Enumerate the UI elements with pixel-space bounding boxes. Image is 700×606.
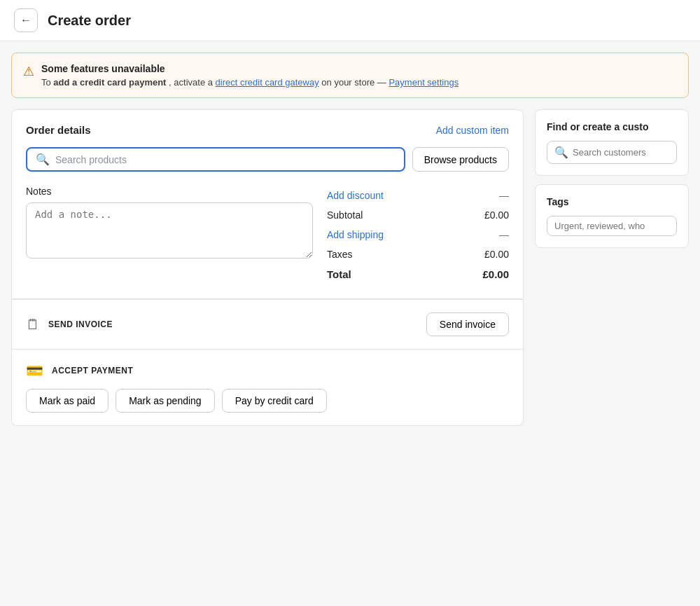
add-shipping-link[interactable]: Add shipping	[327, 229, 384, 240]
search-row: 🔍 Browse products	[26, 147, 509, 172]
total-label: Total	[327, 268, 351, 280]
accept-payment-title: ACCEPT PAYMENT	[52, 366, 133, 376]
page-title: Create order	[48, 13, 131, 29]
notes-label: Notes	[26, 186, 313, 197]
invoice-icon: 🗒	[26, 317, 40, 333]
add-custom-item-button[interactable]: Add custom item	[436, 125, 509, 136]
banner-text-middle: , activate a	[169, 77, 215, 88]
search-icon: 🔍	[36, 153, 50, 166]
pay-by-credit-card-button[interactable]: Pay by credit card	[222, 389, 327, 413]
find-customer-card: Find or create a custo 🔍	[535, 109, 689, 176]
banner-content: Some features unavailable To add a credi…	[41, 63, 458, 88]
tags-card: Tags	[535, 184, 689, 248]
send-invoice-label-row: 🗒 SEND INVOICE	[26, 317, 113, 333]
tags-input[interactable]	[547, 216, 677, 236]
banner-text-before: To	[41, 77, 53, 88]
mark-as-paid-button[interactable]: Mark as paid	[26, 389, 108, 413]
customer-search-wrap: 🔍	[547, 141, 677, 164]
shipping-value: —	[499, 229, 509, 240]
customers-card-title: Find or create a custo	[547, 121, 677, 132]
total-value: £0.00	[482, 268, 509, 280]
search-products-input[interactable]	[55, 154, 396, 165]
page-header: ← Create order	[0, 0, 700, 41]
taxes-row: Taxes £0.00	[327, 245, 509, 264]
send-invoice-section: 🗒 SEND INVOICE Send invoice	[11, 299, 524, 350]
accept-payment-section: 💳 ACCEPT PAYMENT Mark as paid Mark as pe…	[11, 350, 524, 426]
subtotal-value: £0.00	[484, 209, 509, 221]
order-details-card: Order details Add custom item 🔍 Browse p…	[11, 109, 524, 299]
total-row: Total £0.00	[327, 264, 509, 284]
discount-value: —	[499, 190, 509, 201]
taxes-label: Taxes	[327, 249, 353, 260]
search-customers-input[interactable]	[573, 147, 669, 158]
banner-title: Some features unavailable	[41, 63, 458, 74]
direct-gateway-link[interactable]: direct credit card gateway	[216, 77, 319, 88]
back-button[interactable]: ←	[14, 8, 38, 32]
discount-row: Add discount —	[327, 186, 509, 205]
payment-settings-link[interactable]: Payment settings	[388, 77, 458, 88]
subtotal-row: Subtotal £0.00	[327, 205, 509, 225]
notes-input[interactable]	[26, 202, 313, 259]
warning-banner: ⚠ Some features unavailable To add a cre…	[11, 53, 689, 98]
customer-search-icon: 🔍	[554, 146, 568, 159]
banner-body: To add a credit card payment , activate …	[41, 77, 458, 88]
accept-payment-label-row: 💳 ACCEPT PAYMENT	[26, 362, 509, 379]
banner-bold-text: add a credit card payment	[53, 77, 166, 88]
main-layout: Order details Add custom item 🔍 Browse p…	[0, 98, 700, 437]
subtotal-label: Subtotal	[327, 209, 363, 221]
left-column: Order details Add custom item 🔍 Browse p…	[11, 109, 524, 426]
card-header: Order details Add custom item	[26, 124, 509, 136]
notes-section: Notes	[26, 186, 313, 261]
totals-section: Add discount — Subtotal £0.00 Add shippi…	[327, 186, 509, 284]
back-icon: ←	[20, 14, 31, 27]
send-invoice-button[interactable]: Send invoice	[426, 312, 509, 336]
browse-products-button[interactable]: Browse products	[412, 147, 509, 172]
taxes-value: £0.00	[484, 249, 509, 260]
warning-icon: ⚠	[23, 64, 34, 79]
add-discount-link[interactable]: Add discount	[327, 190, 384, 201]
tags-card-title: Tags	[547, 196, 677, 207]
shipping-row: Add shipping —	[327, 225, 509, 245]
product-search-wrap: 🔍	[26, 147, 405, 172]
mark-as-pending-button[interactable]: Mark as pending	[115, 389, 215, 413]
order-details-title: Order details	[26, 124, 91, 136]
payment-icon: 💳	[26, 362, 43, 379]
notes-and-totals: Notes Add discount — Subtotal £0.00 Add …	[26, 186, 509, 284]
send-invoice-title: SEND INVOICE	[48, 319, 113, 329]
right-column: Find or create a custo 🔍 Tags	[535, 109, 689, 248]
banner-text-after: on your store —	[321, 77, 388, 88]
payment-buttons: Mark as paid Mark as pending Pay by cred…	[26, 389, 509, 413]
